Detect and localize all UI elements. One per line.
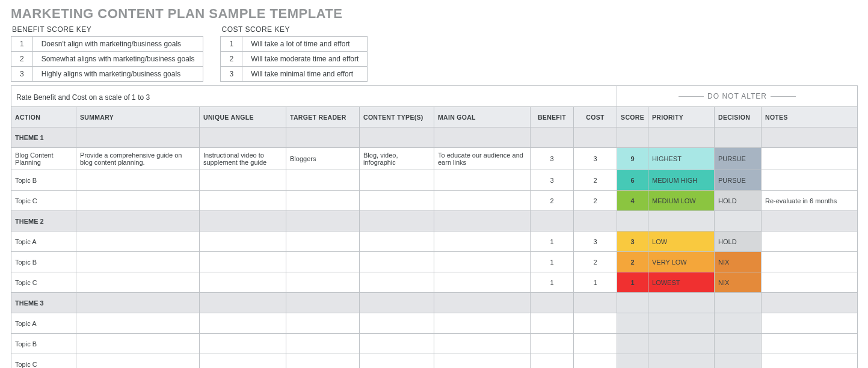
cell-goal[interactable] bbox=[434, 252, 531, 272]
cost-key-table: 1Will take a lot of time and effort 2Wil… bbox=[220, 36, 368, 82]
cell-goal[interactable] bbox=[434, 170, 531, 191]
cell-cost[interactable]: 2 bbox=[574, 170, 617, 191]
cell-notes[interactable] bbox=[762, 148, 858, 170]
rate-instruction: Rate Benefit and Cost on a scale of 1 to… bbox=[16, 93, 613, 102]
cell-goal[interactable] bbox=[434, 313, 531, 334]
cell-notes[interactable] bbox=[762, 334, 858, 354]
cell-benefit[interactable]: 3 bbox=[531, 170, 574, 191]
cell-cost[interactable]: 3 bbox=[574, 148, 617, 170]
cell-action[interactable]: Topic A bbox=[11, 313, 76, 334]
table-row: Topic A bbox=[11, 313, 858, 334]
cell-benefit[interactable]: 3 bbox=[531, 148, 574, 170]
cell-unique[interactable] bbox=[200, 354, 286, 369]
cell-cost[interactable] bbox=[574, 354, 617, 369]
cell-target[interactable] bbox=[286, 334, 360, 354]
cell-unique[interactable] bbox=[200, 334, 286, 354]
cell-notes[interactable] bbox=[762, 170, 858, 191]
theme-label: THEME 2 bbox=[11, 211, 76, 232]
cell-benefit[interactable] bbox=[531, 313, 574, 334]
cell-action[interactable]: Topic A bbox=[11, 232, 76, 252]
cell-unique[interactable] bbox=[200, 252, 286, 272]
cell-action[interactable]: Topic B bbox=[11, 252, 76, 272]
cell-goal[interactable] bbox=[434, 272, 531, 293]
cell-content[interactable] bbox=[360, 334, 434, 354]
cell-decision: HOLD bbox=[715, 232, 762, 252]
col-score: SCORE bbox=[617, 107, 648, 127]
cell-benefit[interactable]: 1 bbox=[531, 272, 574, 293]
cell-target[interactable] bbox=[286, 313, 360, 334]
cell-summary[interactable] bbox=[76, 313, 200, 334]
cell-summary[interactable] bbox=[76, 334, 200, 354]
col-content: CONTENT TYPE(S) bbox=[360, 107, 434, 127]
cell-goal[interactable] bbox=[434, 232, 531, 252]
cell-priority: MEDIUM LOW bbox=[648, 191, 715, 211]
cell-notes[interactable]: Re-evaluate in 6 months bbox=[762, 191, 858, 211]
cell-content[interactable] bbox=[360, 191, 434, 211]
cell-summary[interactable] bbox=[76, 272, 200, 293]
cell-action[interactable]: Topic B bbox=[11, 170, 76, 191]
cell-benefit[interactable]: 2 bbox=[531, 191, 574, 211]
cell-target[interactable]: Bloggers bbox=[286, 148, 360, 170]
cell-action[interactable]: Blog Content Planning bbox=[11, 148, 76, 170]
cell-content[interactable] bbox=[360, 170, 434, 191]
cell-unique[interactable] bbox=[200, 272, 286, 293]
cell-target[interactable] bbox=[286, 232, 360, 252]
cell-benefit[interactable] bbox=[531, 354, 574, 369]
cell-goal[interactable]: To educate our audience and earn links bbox=[434, 148, 531, 170]
cell-content[interactable] bbox=[360, 252, 434, 272]
table-row: 1Will take a lot of time and effort bbox=[221, 37, 368, 52]
col-priority: PRIORITY bbox=[648, 107, 715, 127]
cell-summary[interactable] bbox=[76, 232, 200, 252]
cell-priority: HIGHEST bbox=[648, 148, 715, 170]
cell-action[interactable]: Topic C bbox=[11, 272, 76, 293]
cell-unique[interactable] bbox=[200, 232, 286, 252]
cell-content[interactable] bbox=[360, 272, 434, 293]
cell-cost[interactable]: 3 bbox=[574, 232, 617, 252]
cell-benefit[interactable]: 1 bbox=[531, 232, 574, 252]
cell-notes[interactable] bbox=[762, 354, 858, 369]
theme-label: THEME 1 bbox=[11, 127, 76, 148]
cell-action[interactable]: Topic C bbox=[11, 354, 76, 369]
cell-summary[interactable] bbox=[76, 170, 200, 191]
table-row: 2Will take moderate time and effort bbox=[221, 52, 368, 67]
cell-target[interactable] bbox=[286, 170, 360, 191]
cell-target[interactable] bbox=[286, 272, 360, 293]
cell-cost[interactable]: 2 bbox=[574, 191, 617, 211]
cell-summary[interactable] bbox=[76, 191, 200, 211]
cell-unique[interactable] bbox=[200, 170, 286, 191]
cell-cost[interactable]: 1 bbox=[574, 272, 617, 293]
cell-notes[interactable] bbox=[762, 272, 858, 293]
cell-target[interactable] bbox=[286, 252, 360, 272]
cell-notes[interactable] bbox=[762, 252, 858, 272]
cell-goal[interactable] bbox=[434, 334, 531, 354]
cell-target[interactable] bbox=[286, 191, 360, 211]
do-not-alter-label: DO NOT ALTER bbox=[621, 92, 854, 100]
cell-target[interactable] bbox=[286, 354, 360, 369]
cell-notes[interactable] bbox=[762, 232, 858, 252]
cell-notes[interactable] bbox=[762, 313, 858, 334]
theme-row: THEME 3 bbox=[11, 293, 858, 313]
cell-summary[interactable] bbox=[76, 252, 200, 272]
cell-content[interactable]: Blog, video, infographic bbox=[360, 148, 434, 170]
cell-score bbox=[617, 334, 648, 354]
cell-cost[interactable]: 2 bbox=[574, 252, 617, 272]
cell-content[interactable] bbox=[360, 313, 434, 334]
key-num: 1 bbox=[11, 37, 33, 52]
cell-action[interactable]: Topic B bbox=[11, 334, 76, 354]
cell-score: 6 bbox=[617, 170, 648, 191]
cell-benefit[interactable] bbox=[531, 334, 574, 354]
col-cost: COST bbox=[574, 107, 617, 127]
cell-unique[interactable] bbox=[200, 191, 286, 211]
cell-summary[interactable] bbox=[76, 354, 200, 369]
cell-cost[interactable] bbox=[574, 313, 617, 334]
cell-goal[interactable] bbox=[434, 354, 531, 369]
cell-unique[interactable]: Instructional video to supplement the gu… bbox=[200, 148, 286, 170]
cell-goal[interactable] bbox=[434, 191, 531, 211]
cell-content[interactable] bbox=[360, 232, 434, 252]
cell-unique[interactable] bbox=[200, 313, 286, 334]
cell-summary[interactable]: Provide a comprehensive guide on blog co… bbox=[76, 148, 200, 170]
cell-cost[interactable] bbox=[574, 334, 617, 354]
cell-content[interactable] bbox=[360, 354, 434, 369]
cell-action[interactable]: Topic C bbox=[11, 191, 76, 211]
cell-benefit[interactable]: 1 bbox=[531, 252, 574, 272]
